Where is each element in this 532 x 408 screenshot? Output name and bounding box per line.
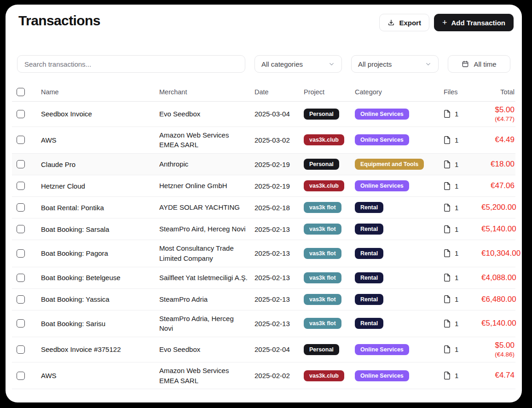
add-transaction-label: Add Transaction bbox=[451, 19, 505, 27]
table-row[interactable]: Seedbox Invoice #375122 Evo Seedbox 2025… bbox=[12, 337, 515, 362]
add-transaction-button[interactable]: + Add Transaction bbox=[434, 14, 514, 31]
row-checkbox[interactable] bbox=[17, 295, 25, 304]
projects-select-value: All projects bbox=[358, 60, 392, 68]
row-total: €5,200.00 bbox=[481, 202, 517, 213]
row-merchant: AYDE SOLAR YACHTING bbox=[159, 202, 254, 213]
project-badge: vas3k flot bbox=[304, 272, 341, 283]
row-merchant: SteamPro Adria bbox=[159, 294, 254, 305]
category-badge: Online Services bbox=[355, 180, 409, 191]
table-row[interactable]: Boat Rental: Pontika AYDE SOLAR YACHTING… bbox=[12, 197, 515, 218]
table-row[interactable]: AWS Amazon Web Services EMEA SARL 2025-0… bbox=[12, 127, 515, 154]
row-total: €10,304.00 bbox=[481, 248, 521, 259]
table-row[interactable]: Boat Booking: Sarsala SteamPro Aird, Her… bbox=[12, 218, 515, 240]
table-row[interactable]: Hetzner Cloud Hetzner Online GmbH 2025-0… bbox=[12, 175, 515, 197]
row-merchant: Sailfleet Yat Isletmeciligi A.Ş. bbox=[159, 273, 254, 283]
row-total: €4.49 bbox=[481, 135, 515, 145]
row-date: 2025-02-02 bbox=[254, 372, 304, 379]
row-date: 2025-03-02 bbox=[254, 136, 304, 144]
file-icon bbox=[444, 136, 451, 144]
files-count: 1 bbox=[455, 372, 458, 379]
row-date: 2025-03-04 bbox=[254, 110, 304, 118]
file-icon bbox=[444, 225, 451, 233]
total-primary: €5,140.00 bbox=[481, 224, 516, 234]
column-header-category: Category bbox=[355, 88, 444, 96]
date-range-button[interactable]: All time bbox=[448, 55, 510, 73]
file-icon bbox=[444, 320, 451, 328]
table-row[interactable]: Boat Booking: Sarisu SteamPro Adria, Her… bbox=[12, 310, 515, 338]
category-badge: Online Services bbox=[355, 370, 409, 381]
transactions-panel: Transactions Export + Add Transaction Al… bbox=[6, 5, 522, 402]
header-actions: Export + Add Transaction bbox=[379, 14, 514, 31]
row-total: $5.00 (€4.86) bbox=[481, 340, 515, 359]
row-checkbox[interactable] bbox=[17, 110, 25, 118]
select-all-checkbox[interactable] bbox=[17, 88, 25, 96]
row-checkbox[interactable] bbox=[17, 225, 25, 233]
row-name: Boat Booking: Sarsala bbox=[41, 225, 159, 233]
total-secondary: (€4.77) bbox=[481, 115, 515, 123]
table-row[interactable]: Claude Pro Anthropic 2025-02-19 Personal… bbox=[12, 154, 515, 175]
row-checkbox[interactable] bbox=[17, 136, 25, 144]
table-row[interactable]: Boat Booking: Betelgeuse Sailfleet Yat I… bbox=[12, 267, 515, 289]
table-row[interactable]: AWS Amazon Web Services EMEA SARL 2025-0… bbox=[12, 362, 515, 390]
category-badge: Online Services bbox=[355, 109, 409, 120]
download-icon bbox=[387, 19, 395, 26]
file-icon bbox=[444, 161, 451, 168]
chevron-down-icon bbox=[328, 61, 335, 68]
row-date: 2025-02-13 bbox=[254, 249, 304, 257]
row-checkbox[interactable] bbox=[17, 182, 25, 190]
project-badge: Personal bbox=[304, 159, 339, 170]
row-checkbox[interactable] bbox=[17, 160, 25, 168]
row-checkbox[interactable] bbox=[17, 203, 25, 212]
row-checkbox[interactable] bbox=[17, 372, 25, 380]
file-icon bbox=[444, 110, 451, 118]
files-count: 1 bbox=[455, 182, 458, 190]
file-icon bbox=[444, 182, 451, 190]
column-header-total: Total bbox=[481, 88, 515, 96]
row-name: AWS bbox=[41, 372, 159, 379]
export-button[interactable]: Export bbox=[379, 14, 429, 31]
category-badge: Equipment and Tools bbox=[355, 159, 424, 170]
row-merchant: Evo Seedbox bbox=[159, 109, 254, 119]
row-total: €47.06 bbox=[481, 181, 515, 191]
column-header-files: Files bbox=[444, 88, 481, 96]
total-primary: €6,480.00 bbox=[481, 294, 516, 305]
row-checkbox[interactable] bbox=[17, 319, 25, 328]
files-count: 1 bbox=[455, 320, 458, 328]
table-row[interactable]: Boat Booking: Pagora Most Consultancy Tr… bbox=[12, 240, 515, 267]
date-range-value: All time bbox=[474, 60, 496, 68]
row-merchant: Hetzner Online GmbH bbox=[159, 181, 254, 191]
project-badge: vas3k flot bbox=[304, 248, 341, 259]
table-row[interactable]: Seedbox Invoice Evo Seedbox 2025-03-04 P… bbox=[12, 102, 515, 127]
search-input[interactable] bbox=[17, 55, 245, 73]
project-badge: vas3k flot bbox=[304, 294, 341, 305]
project-badge: vas3k.club bbox=[304, 134, 344, 145]
table-row[interactable]: Boat Booking: Yassica SteamPro Adria 202… bbox=[12, 289, 515, 310]
row-name: Boat Booking: Yassica bbox=[41, 295, 159, 303]
row-merchant: Most Consultancy Trade Limited Company bbox=[159, 243, 254, 264]
files-count: 1 bbox=[455, 136, 458, 144]
filter-bar: All categories All projects All time bbox=[12, 55, 515, 73]
row-checkbox[interactable] bbox=[17, 249, 25, 258]
row-name: Seedbox Invoice bbox=[41, 110, 159, 118]
projects-select[interactable]: All projects bbox=[351, 55, 439, 73]
project-badge: vas3k.club bbox=[304, 180, 344, 191]
column-header-merchant: Merchant bbox=[159, 88, 254, 96]
row-name: Boat Booking: Pagora bbox=[41, 249, 159, 257]
page-header: Transactions Export + Add Transaction bbox=[12, 13, 515, 31]
categories-select[interactable]: All categories bbox=[254, 55, 342, 73]
row-merchant: SteamPro Aird, Herceg Novi bbox=[159, 224, 254, 234]
row-name: AWS bbox=[41, 136, 159, 144]
file-icon bbox=[444, 295, 451, 303]
file-icon bbox=[444, 372, 451, 379]
row-name: Boat Booking: Betelgeuse bbox=[41, 274, 159, 282]
row-checkbox[interactable] bbox=[17, 274, 25, 282]
plus-icon: + bbox=[442, 18, 447, 27]
total-primary: €4.74 bbox=[481, 370, 515, 380]
row-merchant: SteamPro Adria, Herceg Novi bbox=[159, 314, 254, 334]
row-date: 2025-02-04 bbox=[254, 345, 304, 353]
project-badge: vas3k.club bbox=[304, 370, 344, 381]
row-checkbox[interactable] bbox=[17, 345, 25, 354]
row-name: Claude Pro bbox=[41, 161, 159, 168]
calendar-icon bbox=[462, 60, 469, 68]
column-header-date: Date bbox=[254, 88, 304, 96]
